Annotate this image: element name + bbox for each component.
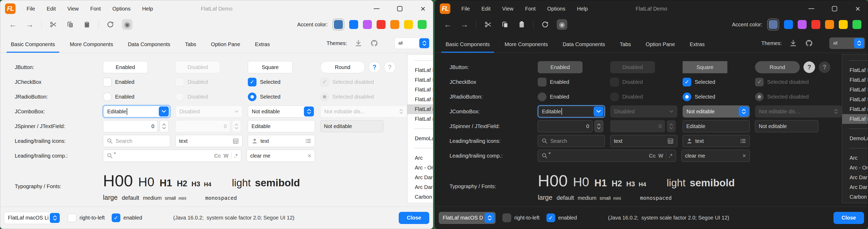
theme-filter-combo[interactable]: all [395, 37, 430, 49]
user-input[interactable] [260, 138, 302, 144]
accent-swatch-yellow[interactable] [404, 20, 413, 29]
theme-item-cobalt-2[interactable]: Cobalt 2 [407, 202, 433, 203]
theme-item-flatlaf-macos-light[interactable]: FlatLaf macOS Light [407, 104, 433, 114]
accent-swatch-green[interactable] [418, 20, 427, 29]
theme-item-flatlaf-intellij[interactable]: FlatLaf IntelliJ [407, 85, 433, 95]
clear-button[interactable]: × [742, 152, 746, 160]
user-field[interactable] [248, 135, 315, 147]
search-dropdown-icon[interactable] [541, 152, 551, 159]
accent-swatch-red[interactable] [377, 20, 385, 29]
accent-swatch-purple[interactable] [798, 20, 807, 29]
back-button[interactable]: ← [442, 19, 453, 30]
tab-data-components[interactable]: Data Components [128, 41, 170, 53]
back-button[interactable]: ← [8, 19, 18, 30]
radio-selected[interactable]: Selected [248, 92, 280, 101]
theme-item-flatlaf-darcula[interactable]: FlatLaf Darcula [842, 95, 868, 104]
theme-item-flatlaf-macos-light[interactable]: FlatLaf macOS Light [842, 104, 868, 114]
regex-button[interactable]: .* [234, 153, 238, 159]
menu-edit[interactable]: Edit [46, 6, 56, 12]
rtl-checkbox[interactable]: right-to-left [502, 213, 539, 222]
spinner-buttons[interactable] [594, 120, 603, 132]
theme-item-arc[interactable]: Arc [407, 153, 433, 163]
user-field[interactable] [683, 135, 750, 147]
date-field[interactable] [610, 135, 677, 147]
tab-tabs[interactable]: Tabs [620, 41, 631, 53]
theme-item-demolaf[interactable]: DemoLaf [842, 134, 868, 143]
tab-option-pane[interactable]: Option Pane [646, 41, 675, 53]
radio-enabled[interactable]: Enabled [103, 92, 134, 101]
textfield-editable[interactable] [251, 123, 311, 130]
menu-help[interactable]: Help [577, 6, 588, 12]
user-input[interactable] [695, 138, 737, 144]
whole-words-button[interactable]: W [224, 153, 228, 159]
accent-swatch-yellow[interactable] [839, 20, 848, 29]
refresh-button[interactable] [105, 19, 116, 30]
cut-button[interactable] [48, 19, 59, 30]
show-hidden-toggle[interactable]: ◉ [122, 19, 132, 30]
theme-item-arc-orange[interactable]: Arc - Orange [407, 163, 433, 173]
download-themes-button[interactable] [354, 39, 363, 48]
theme-item-arc-dark-orange[interactable]: Arc Dark - Orange [842, 182, 868, 192]
github-button[interactable] [805, 39, 813, 48]
search-field[interactable] [538, 135, 605, 147]
enabled-checkbox[interactable]: ✓ enabled [112, 213, 142, 222]
github-button[interactable] [370, 39, 379, 48]
accent-swatch-purple[interactable] [363, 20, 372, 29]
radio-selected[interactable]: Selected [683, 92, 715, 101]
clear-me-field[interactable]: × [247, 150, 315, 162]
menu-options[interactable]: Options [113, 6, 131, 12]
theme-item-flatlaf-light[interactable]: FlatLaf Light [407, 65, 433, 75]
menu-file[interactable]: File [27, 6, 35, 12]
square-button[interactable]: Square [248, 61, 292, 73]
show-hidden-toggle[interactable]: ◉ [557, 19, 567, 30]
clear-button[interactable]: × [308, 152, 311, 160]
radio-enabled[interactable]: Enabled [538, 92, 569, 101]
search-options-input[interactable] [119, 153, 212, 159]
menu-view[interactable]: View [67, 6, 79, 12]
themes-list[interactable]: Core Themes FlatLaf Light FlatLaf Dark F… [407, 54, 433, 203]
theme-item-arc-dark-orange[interactable]: Arc Dark - Orange [407, 182, 433, 192]
tab-basic-components[interactable]: Basic Components [445, 41, 490, 53]
search-dropdown-icon[interactable] [107, 152, 116, 159]
theme-item-arc-dark[interactable]: Arc Dark [407, 173, 433, 182]
refresh-button[interactable] [540, 19, 550, 30]
theme-item-arc-dark[interactable]: Arc Dark [842, 173, 868, 182]
accent-swatch-blue[interactable] [784, 20, 793, 29]
minimize-button[interactable] [807, 4, 816, 13]
paste-button[interactable] [517, 19, 527, 30]
date-field[interactable] [176, 135, 243, 147]
search-options-input[interactable] [554, 153, 646, 159]
forward-button[interactable]: → [25, 19, 35, 30]
combo-editable[interactable]: Editable [538, 106, 605, 117]
tab-basic-components[interactable]: Basic Components [11, 41, 55, 53]
square-button[interactable]: Square [683, 61, 727, 73]
accent-swatch-orange[interactable] [390, 20, 399, 29]
theme-item-carbon[interactable]: Carbon [842, 192, 868, 202]
menu-help[interactable]: Help [142, 6, 153, 12]
tab-more-components[interactable]: More Components [504, 41, 548, 53]
close-button[interactable]: Close [834, 212, 864, 224]
spinner-input[interactable] [541, 123, 589, 130]
enabled-button[interactable]: Enabled [103, 61, 148, 73]
theme-item-flatlaf-macos-dark[interactable]: FlatLaf macOS Dark [842, 114, 868, 124]
copy-button[interactable] [65, 19, 75, 30]
paste-button[interactable] [82, 19, 92, 30]
tab-tabs[interactable]: Tabs [185, 41, 196, 53]
combo-editable[interactable]: Editable [103, 106, 170, 117]
tab-extras[interactable]: Extras [255, 41, 270, 53]
regex-button[interactable]: .* [669, 153, 672, 159]
minimize-button[interactable] [372, 4, 381, 13]
combo-arrow-icon[interactable] [159, 107, 169, 116]
accent-swatch-default[interactable] [769, 20, 778, 29]
theme-item-carbon[interactable]: Carbon [407, 192, 433, 202]
window-close-button[interactable]: × [418, 4, 428, 13]
spinner-input[interactable] [106, 123, 154, 130]
laf-combo[interactable]: FlatLaf macOS D… [439, 212, 496, 224]
theme-item-flatlaf-dark[interactable]: FlatLaf Dark [842, 75, 868, 85]
theme-item-flatlaf-dark[interactable]: FlatLaf Dark [407, 75, 433, 85]
date-input[interactable] [179, 138, 230, 144]
tab-more-components[interactable]: More Components [70, 41, 113, 53]
accent-swatch-green[interactable] [852, 20, 861, 29]
textfield-editable[interactable] [686, 123, 746, 130]
theme-filter-combo[interactable]: all [829, 37, 865, 49]
